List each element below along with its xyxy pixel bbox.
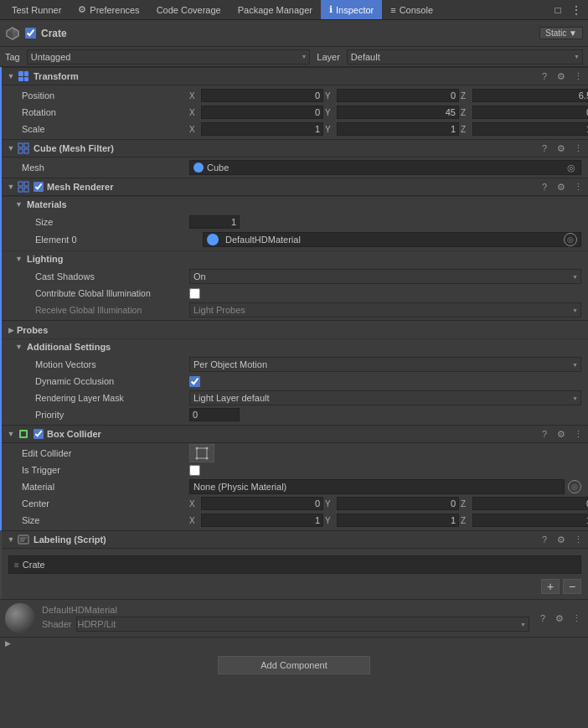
mesh-select-icon[interactable]: ◎ — [565, 162, 577, 173]
object-enabled-checkbox[interactable] — [25, 28, 36, 39]
rotation-y-input[interactable] — [337, 106, 459, 119]
box-collider-header[interactable]: ▼ Box Collider ? ⚙ ⋮ — [2, 425, 588, 443]
scale-z-label: Z — [461, 125, 471, 134]
menu-item-code-coverage[interactable]: Code Coverage — [148, 0, 230, 19]
labeling-help-icon[interactable]: ? — [538, 533, 551, 546]
mesh-filter-help-icon[interactable]: ? — [538, 142, 551, 155]
edit-collider-button[interactable] — [189, 444, 214, 462]
package-manager-label: Package Manager — [238, 5, 312, 15]
labeling-settings-icon[interactable]: ⚙ — [554, 533, 568, 546]
position-z-input[interactable] — [472, 89, 588, 102]
mesh-filter-more-icon[interactable]: ⋮ — [571, 142, 585, 155]
object-header: Crate Static ▼ — [0, 20, 588, 47]
scale-z-input[interactable] — [472, 122, 588, 136]
maximize-icon[interactable]: □ — [549, 2, 566, 18]
rotation-z-input[interactable] — [472, 106, 588, 119]
scale-x-input[interactable] — [201, 122, 323, 136]
menu-item-package-manager[interactable]: Package Manager — [230, 0, 321, 19]
dynamic-occlusion-checkbox[interactable] — [189, 376, 200, 387]
size-y-input[interactable] — [337, 514, 459, 527]
menu-item-inspector[interactable]: ℹ Inspector — [321, 0, 382, 19]
materials-subsection[interactable]: ▼ Materials — [2, 196, 588, 212]
labeling-add-button[interactable]: + — [541, 579, 560, 594]
cast-shadows-select[interactable]: On — [189, 269, 581, 284]
svg-point-16 — [196, 447, 199, 450]
is-trigger-checkbox[interactable] — [189, 465, 200, 476]
material-more-icon[interactable]: ⋮ — [570, 612, 583, 625]
mesh-renderer-header[interactable]: ▼ Mesh Renderer ? ⚙ ⋮ — [2, 178, 588, 196]
box-collider-more-icon[interactable]: ⋮ — [571, 427, 585, 441]
size-x-input[interactable] — [201, 514, 323, 527]
center-x-input[interactable] — [201, 497, 323, 510]
labeling-text-input[interactable] — [23, 560, 575, 570]
box-collider-settings-icon[interactable]: ⚙ — [554, 427, 568, 441]
transform-icon — [17, 70, 30, 83]
position-y-input[interactable] — [337, 89, 459, 102]
labeling-input-icon: ≡ — [14, 560, 19, 570]
scale-label: Scale — [22, 124, 189, 134]
transform-more-icon[interactable]: ⋮ — [571, 70, 585, 83]
transform-header[interactable]: ▼ Transform ? ⚙ ⋮ — [2, 67, 588, 85]
priority-input[interactable] — [189, 408, 240, 421]
transform-help-icon[interactable]: ? — [538, 70, 551, 83]
box-collider-enabled-checkbox[interactable] — [34, 429, 44, 439]
center-y-input[interactable] — [337, 497, 459, 510]
additional-settings-arrow-icon: ▼ — [15, 343, 27, 351]
mesh-filter-title: Cube (Mesh Filter) — [34, 143, 538, 153]
transform-settings-icon[interactable]: ⚙ — [554, 70, 568, 83]
layer-select[interactable]: Default — [347, 49, 583, 65]
console-label: Console — [400, 5, 433, 15]
mesh-label: Mesh — [22, 163, 189, 173]
element0-label: Element 0 — [22, 235, 203, 245]
menu-item-console[interactable]: ≡ Console — [382, 0, 441, 19]
additional-settings-subsection[interactable]: ▼ Additional Settings — [2, 338, 588, 354]
rendering-layer-select[interactable]: Light Layer default — [189, 390, 581, 405]
material-settings-icon[interactable]: ⚙ — [553, 612, 566, 625]
material-select-btn[interactable]: ◎ — [564, 233, 577, 246]
material-element-row: Element 0 DefaultHDMaterial ◎ — [2, 230, 588, 249]
mesh-renderer-settings-icon[interactable]: ⚙ — [554, 180, 568, 194]
dynamic-occlusion-label: Dynamic Occlusion — [22, 376, 189, 386]
center-z-input[interactable] — [472, 497, 588, 510]
collider-size-label: Size — [22, 515, 189, 525]
static-button[interactable]: Static ▼ — [539, 27, 583, 39]
labeling-more-icon[interactable]: ⋮ — [571, 533, 585, 546]
transform-component: ▼ Transform ? ⚙ ⋮ Position X Y — [0, 67, 588, 139]
collider-material-select-btn[interactable]: ◎ — [568, 480, 581, 493]
shader-label: Shader — [42, 619, 71, 629]
mesh-row: Mesh Cube ◎ — [2, 159, 588, 176]
receive-gi-select[interactable]: Light Probes — [189, 302, 581, 318]
labeling-remove-button[interactable]: − — [563, 579, 581, 594]
material-info: DefaultHDMaterial Shader HDRP/Lit — [42, 605, 529, 632]
scale-y-input[interactable] — [337, 122, 459, 136]
probes-row[interactable]: ▶ Probes — [2, 320, 588, 338]
labeling-script-header[interactable]: ▼ Labeling (Script) ? ⚙ ⋮ — [2, 530, 588, 549]
mesh-filter-settings-icon[interactable]: ⚙ — [554, 142, 568, 155]
mesh-filter-header[interactable]: ▼ Cube (Mesh Filter) ? ⚙ ⋮ — [2, 139, 588, 157]
mesh-renderer-enabled-checkbox[interactable] — [34, 182, 44, 192]
contribute-gi-checkbox[interactable] — [189, 288, 200, 299]
mesh-renderer-more-icon[interactable]: ⋮ — [571, 180, 585, 194]
labeling-arrow-icon: ▼ — [5, 534, 17, 545]
position-x-input[interactable] — [201, 89, 323, 102]
labeling-input-row: ≡ — [2, 552, 588, 577]
materials-size-input[interactable] — [189, 215, 240, 229]
lighting-subsection[interactable]: ▼ Lighting — [2, 250, 588, 266]
menu-item-test-runner[interactable]: Test Runner — [3, 0, 70, 19]
more-menu-icon[interactable]: ⋮ — [568, 2, 585, 18]
size-z-input[interactable] — [472, 514, 588, 527]
material-footer: DefaultHDMaterial Shader HDRP/Lit ? ⚙ ⋮ — [0, 599, 588, 637]
mesh-renderer-help-icon[interactable]: ? — [538, 180, 551, 194]
mesh-value: Cube — [207, 163, 229, 173]
tag-select[interactable]: Untagged — [27, 49, 311, 65]
collider-center-label: Center — [22, 498, 189, 509]
rotation-x-input[interactable] — [201, 106, 323, 119]
material-expand-arrow-icon[interactable]: ▶ — [5, 639, 11, 648]
menu-item-preferences[interactable]: ⚙ Preferences — [70, 0, 147, 19]
material-help-icon[interactable]: ? — [536, 612, 549, 625]
collider-size-row: Size X Y Z — [2, 512, 588, 529]
add-component-button[interactable]: Add Component — [218, 656, 370, 674]
shader-select[interactable]: HDRP/Lit — [76, 617, 529, 632]
motion-vectors-select[interactable]: Per Object Motion — [189, 357, 581, 372]
box-collider-help-icon[interactable]: ? — [538, 427, 551, 441]
